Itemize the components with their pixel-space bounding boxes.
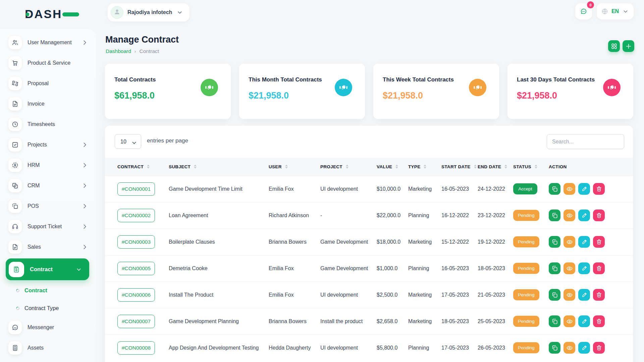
trash-action-button[interactable] — [593, 289, 605, 301]
handshake-icon — [201, 79, 218, 96]
copy-action-button[interactable] — [549, 209, 560, 221]
pencil-action-button[interactable] — [578, 236, 590, 248]
entries-per-page-select[interactable]: 10 — [115, 134, 141, 149]
column-header-user[interactable]: USER — [269, 158, 320, 176]
sidebar-subitem-label: Contract Type — [24, 305, 59, 311]
cell-end-date: 24-12-2022 — [478, 176, 513, 202]
sort-arrows-icon — [194, 165, 197, 169]
chevron-right-icon — [81, 141, 89, 148]
contract-code-chip[interactable]: #CON00008 — [117, 341, 155, 355]
chat-button[interactable]: 0 — [575, 3, 592, 19]
cell-user: Hedda Daugherty — [269, 335, 320, 361]
sidebar-item-invoice[interactable]: Invoice — [0, 94, 96, 114]
eye-action-button[interactable] — [564, 262, 575, 274]
sidebar-item-label: Assets — [28, 345, 89, 351]
cell-project: UI development — [320, 282, 377, 308]
eye-action-button[interactable] — [564, 183, 575, 195]
scan-user-icon — [11, 162, 19, 169]
column-header-start-date[interactable]: START DATE — [441, 158, 478, 176]
sidebar-subitem-contract-type[interactable]: Contract Type — [0, 299, 96, 317]
breadcrumb-dashboard-link[interactable]: Dashboard — [106, 48, 131, 54]
contract-code-chip[interactable]: #CON00001 — [117, 182, 155, 196]
sidebar-item-label: Support Ticket — [28, 224, 81, 230]
pencil-action-button[interactable] — [578, 262, 590, 274]
column-header-type[interactable]: TYPE — [408, 158, 441, 176]
sidebar-subitem-contract[interactable]: Contract — [0, 282, 96, 299]
cell-subject: Install The Product — [169, 282, 269, 308]
column-header-end-date[interactable]: END DATE — [478, 158, 513, 176]
copy-action-button[interactable] — [549, 236, 560, 248]
app-logo[interactable]: DASH — [25, 7, 75, 21]
pencil-action-button[interactable] — [578, 342, 590, 354]
contract-code-chip[interactable]: #CON00007 — [117, 315, 155, 328]
trash-action-button[interactable] — [593, 209, 605, 221]
sidebar-item-messenger[interactable]: Messenger — [0, 317, 96, 338]
sidebar-item-support-ticket[interactable]: Support Ticket — [0, 216, 96, 237]
column-header-project[interactable]: PROJECT — [320, 158, 377, 176]
language-selector[interactable]: EN — [597, 3, 634, 19]
cell-value: $10,000.0 — [377, 176, 408, 202]
eye-action-button[interactable] — [564, 236, 575, 248]
contract-code-chip[interactable]: #CON00003 — [117, 235, 155, 249]
cell-user: Richard Atkinson — [269, 202, 320, 229]
eye-action-button[interactable] — [564, 315, 575, 327]
contract-code-chip[interactable]: #CON00006 — [117, 288, 155, 302]
stat-card: This Week Total Contracts $21,958.0 — [373, 64, 499, 119]
copy-action-button[interactable] — [549, 262, 560, 274]
company-selector[interactable]: Rajodiya infotech — [108, 3, 190, 21]
sidebar-item-label: CRM — [28, 183, 81, 189]
trash-action-button[interactable] — [593, 342, 605, 354]
sidebar-item-pos[interactable]: POS — [0, 196, 96, 216]
column-header-contract[interactable]: CONTRACT — [105, 158, 169, 176]
trash-action-button[interactable] — [593, 315, 605, 327]
eye-action-button[interactable] — [564, 289, 575, 301]
trash-action-button[interactable] — [593, 262, 605, 274]
handshake-icon — [603, 79, 621, 96]
handshake-icon — [335, 79, 352, 96]
company-avatar — [111, 6, 123, 19]
sidebar-item-product-service[interactable]: Product & Service — [0, 53, 96, 73]
column-header-status[interactable]: STATUS — [513, 158, 549, 176]
chevron-right-icon — [81, 162, 89, 169]
pencil-action-button[interactable] — [578, 183, 590, 195]
table-row: #CON00001 Game Development Time Limit Em… — [105, 176, 633, 202]
table-row: #CON00005 Demetria Cooke Emilia Fox Game… — [105, 255, 633, 282]
sidebar-item-hrm[interactable]: HRM — [0, 155, 96, 175]
sidebar-item-crm[interactable]: CRM — [0, 175, 96, 196]
sidebar-item-timesheets[interactable]: Timesheets — [0, 114, 96, 134]
eye-action-button[interactable] — [564, 342, 575, 354]
cell-end-date: 25-05-2023 — [478, 308, 513, 335]
copy-action-button[interactable] — [549, 315, 560, 327]
pencil-action-button[interactable] — [578, 209, 590, 221]
chevron-right-icon — [81, 202, 89, 210]
copy-action-button[interactable] — [549, 342, 560, 354]
trash-action-button[interactable] — [593, 183, 605, 195]
chevron-right-icon — [81, 223, 89, 230]
sidebar-item-proposal[interactable]: Proposal — [0, 73, 96, 94]
cell-user: Brianna Bowers — [269, 229, 320, 255]
copy-action-button[interactable] — [549, 289, 560, 301]
sidebar-item-contract[interactable]: Contract — [6, 258, 89, 280]
sidebar-item-assets[interactable]: Assets — [0, 338, 96, 358]
sidebar-item-user-management[interactable]: User Management — [0, 32, 96, 53]
sort-arrows-icon — [504, 165, 507, 169]
pencil-action-button[interactable] — [578, 289, 590, 301]
column-header-value[interactable]: VALUE — [377, 158, 408, 176]
column-header-subject[interactable]: SUBJECT — [169, 158, 269, 176]
contract-code-chip[interactable]: #CON00002 — [117, 209, 155, 222]
pencil-action-button[interactable] — [578, 315, 590, 327]
headset-icon — [11, 223, 19, 230]
add-contract-button[interactable] — [623, 40, 634, 52]
cell-value: $5,800.0 — [377, 335, 408, 361]
grid-view-button[interactable] — [608, 40, 620, 52]
contract-code-chip[interactable]: #CON00005 — [117, 262, 155, 275]
sidebar-subitem-label: Contract — [24, 287, 47, 294]
sidebar-item-projects[interactable]: Projects — [0, 134, 96, 155]
logo-dash — [62, 12, 79, 16]
search-input[interactable] — [547, 134, 624, 149]
trash-action-button[interactable] — [593, 236, 605, 248]
eye-action-button[interactable] — [564, 209, 575, 221]
copy-action-button[interactable] — [549, 183, 560, 195]
sidebar-item-sales[interactable]: Sales — [0, 237, 96, 257]
breadcrumb-current: Contract — [140, 48, 159, 54]
